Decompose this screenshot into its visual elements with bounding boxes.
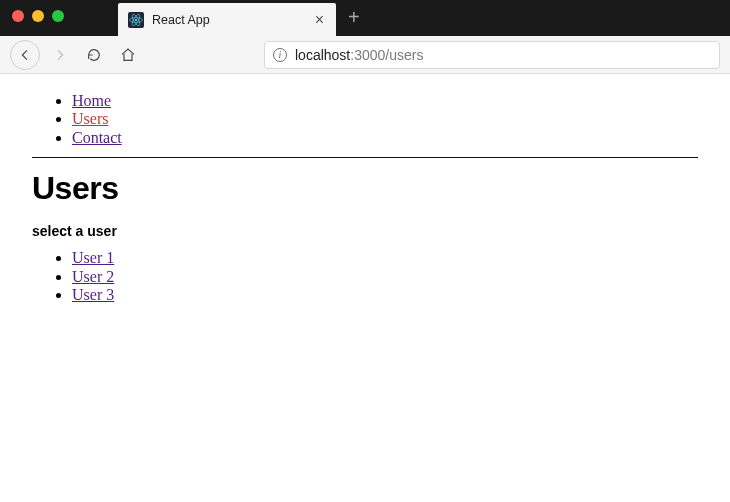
traffic-lights (0, 0, 76, 22)
nav-list: Home Users Contact (32, 92, 698, 147)
user-link[interactable]: User 1 (72, 249, 114, 266)
url-display: localhost:3000/users (295, 47, 423, 63)
home-button[interactable] (114, 41, 142, 69)
nav-link-users[interactable]: Users (72, 110, 108, 127)
url-path: :3000/users (350, 47, 423, 63)
back-button[interactable] (10, 40, 40, 70)
user-link[interactable]: User 3 (72, 286, 114, 303)
page-heading: Users (32, 170, 698, 207)
divider (32, 157, 698, 158)
address-bar[interactable]: i localhost:3000/users (264, 41, 720, 69)
list-item: User 2 (72, 268, 698, 286)
url-host: localhost (295, 47, 350, 63)
forward-button[interactable] (46, 41, 74, 69)
user-list: User 1 User 2 User 3 (32, 249, 698, 304)
site-info-icon[interactable]: i (273, 48, 287, 62)
new-tab-button[interactable]: + (336, 0, 372, 29)
page-content: Home Users Contact Users select a user U… (0, 74, 730, 322)
window-maximize-button[interactable] (52, 10, 64, 22)
window-titlebar: React App × + (0, 0, 730, 36)
user-link[interactable]: User 2 (72, 268, 114, 285)
browser-tab[interactable]: React App × (118, 3, 336, 36)
nav-item-contact: Contact (72, 129, 698, 147)
nav-link-home[interactable]: Home (72, 92, 111, 109)
window-minimize-button[interactable] (32, 10, 44, 22)
nav-link-contact[interactable]: Contact (72, 129, 122, 146)
list-item: User 1 (72, 249, 698, 267)
browser-toolbar: i localhost:3000/users (0, 36, 730, 74)
reload-button[interactable] (80, 41, 108, 69)
nav-item-home: Home (72, 92, 698, 110)
tab-title: React App (152, 13, 305, 27)
list-item: User 3 (72, 286, 698, 304)
react-favicon (128, 12, 144, 28)
close-tab-icon[interactable]: × (313, 12, 326, 28)
page-subheading: select a user (32, 223, 698, 239)
svg-point-3 (135, 18, 137, 20)
window-close-button[interactable] (12, 10, 24, 22)
nav-item-users: Users (72, 110, 698, 128)
